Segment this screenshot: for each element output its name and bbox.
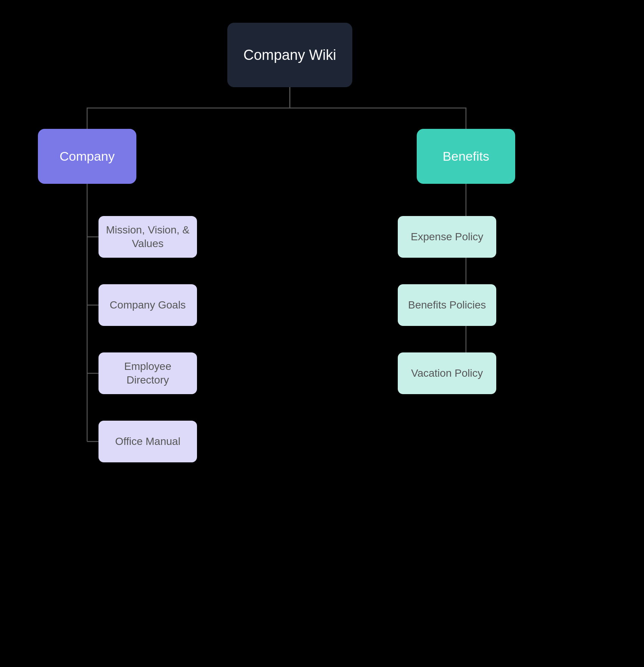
employee-directory-node[interactable]: Employee Directory [98,352,197,394]
employee-directory-label: Employee Directory [124,360,172,387]
company-goals-node[interactable]: Company Goals [98,284,197,326]
benefits-policies-label: Benefits Policies [408,298,486,312]
expense-policy-node[interactable]: Expense Policy [398,216,496,258]
company-node[interactable]: Company [38,129,136,184]
benefits-label: Benefits [443,149,489,164]
mission-vision-node[interactable]: Mission, Vision, & Values [98,216,197,258]
vacation-policy-label: Vacation Policy [411,366,483,380]
benefits-node[interactable]: Benefits [417,129,515,184]
mission-vision-label: Mission, Vision, & Values [106,223,189,251]
office-manual-node[interactable]: Office Manual [98,421,197,462]
company-label: Company [59,149,115,164]
connectors [0,0,644,667]
office-manual-label: Office Manual [115,435,180,448]
root-node[interactable]: Company Wiki [227,23,352,87]
vacation-policy-node[interactable]: Vacation Policy [398,352,496,394]
expense-policy-label: Expense Policy [411,230,483,244]
company-goals-label: Company Goals [110,298,186,312]
diagram: Company Wiki Company Benefits Mission, V… [0,0,644,667]
benefits-policies-node[interactable]: Benefits Policies [398,284,496,326]
root-label: Company Wiki [244,47,336,63]
